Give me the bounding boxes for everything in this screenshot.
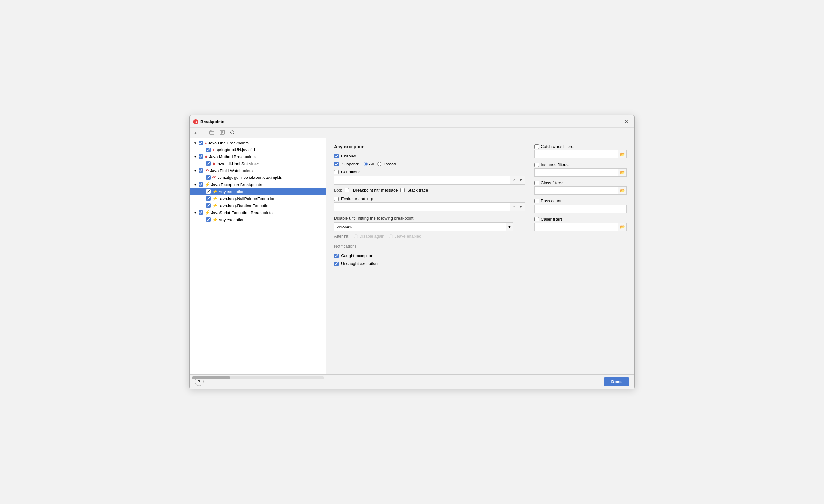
- caller-checkbox[interactable]: [534, 217, 539, 221]
- refresh-button[interactable]: [228, 129, 237, 137]
- done-button[interactable]: Done: [604, 377, 630, 386]
- evaluate-log-checkbox[interactable]: [334, 197, 338, 201]
- checkbox-any-exception[interactable]: [206, 189, 211, 194]
- suspend-thread-option[interactable]: Thread: [377, 162, 396, 167]
- filters-column: Catch class filters: 📂 Instance filters:: [525, 144, 627, 269]
- caller-browse-btn[interactable]: 📂: [618, 223, 627, 231]
- disable-until-label: Disable until hitting the following brea…: [334, 216, 525, 220]
- caught-exception-checkbox[interactable]: [334, 254, 338, 258]
- expand-arrow-java-exception[interactable]: ▼: [194, 183, 198, 187]
- class-input[interactable]: [534, 187, 618, 195]
- catch-class-browse-btn[interactable]: 📂: [618, 150, 627, 159]
- suspend-all-radio[interactable]: [364, 162, 368, 166]
- condition-expand-btn[interactable]: ⤢: [510, 176, 517, 185]
- checkbox-java-field[interactable]: [199, 168, 203, 173]
- uncaught-exception-label[interactable]: Uncaught exception: [341, 261, 378, 266]
- evaluate-expand-btn[interactable]: ⤢: [510, 202, 517, 211]
- checkbox-java-exception[interactable]: [199, 182, 203, 187]
- condition-input[interactable]: [334, 176, 510, 185]
- enabled-checkbox[interactable]: [334, 154, 338, 159]
- leave-enabled-option[interactable]: Leave enabled: [389, 234, 421, 239]
- tree-item-springboot[interactable]: ● springbootUN.java:11: [190, 146, 326, 153]
- pass-count-checkbox[interactable]: [534, 199, 539, 203]
- suspend-label[interactable]: Suspend:: [342, 162, 359, 167]
- instance-label[interactable]: Instance filters:: [541, 162, 569, 167]
- log-stack-trace-checkbox[interactable]: [400, 188, 405, 193]
- checkbox-hashset[interactable]: [206, 161, 211, 166]
- disable-until-select[interactable]: <None>: [334, 222, 506, 231]
- tree-item-java-exception[interactable]: ▼ ⚡ Java Exception Breakpoints: [190, 181, 326, 188]
- log-stack-trace-label[interactable]: Stack trace: [407, 188, 428, 193]
- caller-input[interactable]: [534, 223, 618, 231]
- checkbox-js-exception[interactable]: [199, 210, 203, 215]
- tree-item-nullpointer[interactable]: ⚡ 'java.lang.NullPointerException': [190, 195, 326, 202]
- enabled-label[interactable]: Enabled: [341, 154, 356, 159]
- combo-row: <None> ▼: [334, 222, 525, 231]
- evaluate-log-label[interactable]: Evaluate and log:: [341, 196, 373, 201]
- svg-text:B: B: [194, 120, 197, 124]
- expand-arrow-java-method[interactable]: ▼: [194, 155, 198, 159]
- remove-button[interactable]: −: [200, 129, 206, 137]
- combo-arrow[interactable]: ▼: [506, 222, 513, 231]
- instance-input[interactable]: [534, 168, 618, 177]
- pass-count-input[interactable]: [534, 205, 627, 213]
- instance-checkbox[interactable]: [534, 163, 539, 167]
- catch-class-label[interactable]: Catch class filters:: [541, 144, 574, 149]
- close-button[interactable]: ✕: [623, 118, 631, 125]
- caught-exception-label[interactable]: Caught exception: [341, 253, 373, 258]
- class-label[interactable]: Class filters:: [541, 180, 563, 185]
- caller-label[interactable]: Caller filters:: [541, 217, 564, 221]
- main-content: ▼ ● Java Line Breakpoints ● springbootUN…: [190, 138, 634, 374]
- log-breakpoint-hit-label[interactable]: "Breakpoint hit" message: [351, 188, 398, 193]
- suspend-all-option[interactable]: All: [364, 162, 374, 167]
- checkbox-nullpointer[interactable]: [206, 196, 211, 201]
- instance-filter-label-row: Instance filters:: [534, 162, 627, 167]
- after-hit-label: After hit:: [334, 234, 349, 239]
- icon-bolt-js-any-exception: ⚡: [212, 217, 218, 222]
- label-java-field: Java Field Watchpoints: [210, 168, 252, 173]
- evaluate-dropdown-btn[interactable]: ▼: [517, 202, 525, 211]
- condition-label[interactable]: Condition:: [341, 170, 360, 174]
- instance-browse-btn[interactable]: 📂: [618, 168, 627, 177]
- tree-item-com-atguigu[interactable]: 👁 com.atguigu.imperial.court.dao.impl.Em: [190, 174, 326, 181]
- right-panel: Any exception Enabled Suspend: A: [326, 138, 634, 374]
- folder-button[interactable]: [207, 129, 216, 137]
- catch-class-checkbox[interactable]: [534, 144, 539, 149]
- leave-enabled-label: Leave enabled: [394, 234, 421, 239]
- disable-again-radio[interactable]: [354, 234, 358, 238]
- tree-item-java-field[interactable]: ▼ 👁 Java Field Watchpoints: [190, 167, 326, 174]
- condition-checkbox[interactable]: [334, 170, 338, 174]
- disable-again-option[interactable]: Disable again: [354, 234, 384, 239]
- checkbox-com-atguigu[interactable]: [206, 175, 211, 180]
- checkbox-java-line[interactable]: [199, 141, 203, 145]
- log-breakpoint-hit-checkbox[interactable]: [344, 188, 349, 193]
- expand-arrow-js-exception[interactable]: ▼: [194, 211, 198, 214]
- tree-item-js-exception[interactable]: ▼ ⚡ JavaScript Exception Breakpoints: [190, 209, 326, 216]
- evaluate-log-input[interactable]: [334, 202, 510, 211]
- checkbox-java-method[interactable]: [199, 154, 203, 159]
- leave-enabled-radio[interactable]: [389, 234, 393, 238]
- suspend-thread-label: Thread: [383, 162, 396, 167]
- expand-arrow-java-field[interactable]: ▼: [194, 169, 198, 173]
- uncaught-exception-checkbox[interactable]: [334, 262, 338, 266]
- add-button[interactable]: +: [192, 129, 199, 137]
- properties-button[interactable]: [218, 129, 226, 137]
- icon-bolt-js-exception: ⚡: [205, 210, 210, 215]
- expand-arrow-java-line[interactable]: ▼: [194, 141, 198, 145]
- checkbox-js-any-exception[interactable]: [206, 217, 211, 222]
- tree-item-js-any-exception[interactable]: ⚡ Any exception: [190, 216, 326, 223]
- tree-item-java-method[interactable]: ▼ ◆ Java Method Breakpoints: [190, 153, 326, 160]
- suspend-thread-radio[interactable]: [377, 162, 382, 166]
- tree-item-any-exception[interactable]: ⚡ Any exception: [190, 188, 326, 195]
- pass-count-label[interactable]: Pass count:: [541, 199, 562, 203]
- condition-dropdown-btn[interactable]: ▼: [517, 176, 525, 185]
- checkbox-runtime[interactable]: [206, 203, 211, 208]
- class-checkbox[interactable]: [534, 181, 539, 185]
- tree-item-hashset[interactable]: ◆ java.util.HashSet.<init>: [190, 160, 326, 167]
- checkbox-springboot[interactable]: [206, 147, 211, 152]
- tree-item-java-line[interactable]: ▼ ● Java Line Breakpoints: [190, 140, 326, 146]
- suspend-checkbox[interactable]: [334, 162, 338, 167]
- catch-class-input[interactable]: [534, 150, 618, 159]
- class-browse-btn[interactable]: 📂: [618, 187, 627, 195]
- tree-item-runtime[interactable]: ⚡ 'java.lang.RuntimeException': [190, 202, 326, 209]
